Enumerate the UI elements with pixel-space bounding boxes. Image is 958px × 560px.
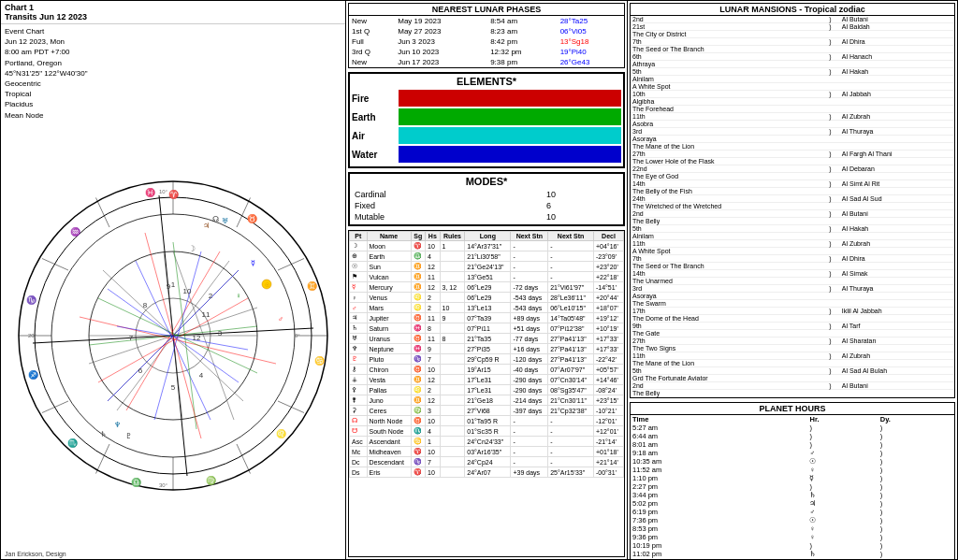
planet-rules xyxy=(440,365,465,375)
planet-hs: 11 xyxy=(426,272,440,282)
planet-pt: Mc xyxy=(350,447,368,457)
planet-sg: ♉ xyxy=(411,365,426,375)
planet-row: Asc Ascendant ♋ 1 24°Cn24'33" - - -21°14… xyxy=(350,437,624,447)
left-panel: Chart 1 Transits Jun 12 2023 Event Chart… xyxy=(0,0,346,560)
ph-time: 6:19 pm xyxy=(631,508,807,516)
mansion-num: Grd The Fortunate Aviator xyxy=(631,375,827,382)
right-panel: LUNAR MANSIONS - Tropical zodiac 2nd ) A… xyxy=(627,0,958,560)
ph-time: 8:01 am xyxy=(631,440,807,449)
mansion-name: Al Hakah xyxy=(840,68,954,76)
phase-degree: 19°Pi40 xyxy=(558,47,624,57)
chart-wheel: ♈ ♉ ♊ ♋ ♌ ♍ ♎ ♏ ♐ ♑ ♒ ♓ ☉ xyxy=(1,122,345,549)
lunar-phases-box: NEAREST LUNAR PHASES New May 19 2023 8:5… xyxy=(348,3,625,68)
lunar-mansion-row: Asoraya xyxy=(631,136,954,143)
lunar-mansion-row: The Forehead xyxy=(631,106,954,113)
mansion-symbol: ) xyxy=(827,151,839,158)
mansion-num: 24th xyxy=(631,195,827,203)
phase-degree: 06°Vi05 xyxy=(558,26,624,36)
mansion-num: The Unarmed xyxy=(631,278,827,285)
planet-hs: 2 xyxy=(426,385,440,395)
mansion-name: Al Tarf xyxy=(840,323,954,330)
planet-decl: +04°16' xyxy=(593,241,623,251)
planet-hs: 8 xyxy=(426,323,440,334)
svg-text:♏: ♏ xyxy=(67,438,79,449)
chart-title: Chart 1 Transits Jun 12 2023 xyxy=(1,1,345,24)
mansion-name: Al Simt Al Rit xyxy=(840,180,954,188)
planet-pt: ♄ xyxy=(350,323,368,334)
planet-rules: 9 xyxy=(440,313,465,323)
planet-decl: +12°01' xyxy=(593,426,623,437)
phase-date: May 19 2023 xyxy=(395,16,487,26)
mansion-symbol: ) xyxy=(827,16,839,23)
ph-hr: ) xyxy=(807,482,878,491)
planet-sg: ♊ xyxy=(411,375,426,385)
lunar-mansion-row: Alnilam xyxy=(631,233,954,240)
planet-rules xyxy=(440,406,465,416)
planet-stn1: -40 days xyxy=(511,365,548,375)
planet-hs: 10 xyxy=(426,365,440,375)
mansion-num: 2nd xyxy=(631,210,827,218)
mansion-name xyxy=(840,360,954,367)
planet-pt: ☿ xyxy=(350,282,368,293)
lunar-mansion-row: The Seed or The Branch xyxy=(631,263,954,270)
planet-pt: ☽ xyxy=(350,241,368,251)
planet-sg: ♋ xyxy=(411,437,426,447)
mansion-name: Al Zubrah xyxy=(840,113,954,121)
lunar-mansion-row: Asoraya xyxy=(631,293,954,300)
planet-name: Eris xyxy=(367,467,411,478)
planet-stn2: - xyxy=(548,262,594,272)
lunar-mansion-row: The Swarm xyxy=(631,300,954,308)
ph-dy: ) xyxy=(878,466,954,474)
lunar-mansion-row: The Eye of God xyxy=(631,173,954,180)
planet-stn1: - xyxy=(511,457,548,467)
planet-stn1: -290 days xyxy=(511,375,548,385)
mansion-symbol: ) xyxy=(827,195,839,203)
planet-stn2: - xyxy=(548,416,594,426)
planet-stn2: - xyxy=(548,437,594,447)
planet-long: 29°Cp59 R xyxy=(465,354,511,365)
planet-stn1: +89 days xyxy=(511,313,548,323)
mansion-symbol xyxy=(827,31,839,38)
planet-stn1: - xyxy=(511,447,548,457)
planet-sg: ♉ xyxy=(411,313,426,323)
planet-name: Saturn xyxy=(367,323,411,334)
svg-text:♑: ♑ xyxy=(26,294,37,306)
planet-hours-row: 6:44 am ) ) xyxy=(631,432,954,440)
mansion-symbol: ) xyxy=(827,255,839,263)
mansion-name xyxy=(840,345,954,352)
lunar-mansion-row: Grd The Fortunate Aviator xyxy=(631,375,954,382)
mansion-name: Al Sharatan xyxy=(840,337,954,345)
planet-hours-row: 8:01 am ) ) xyxy=(631,440,954,449)
planet-col-header: Next Stn xyxy=(511,232,548,241)
svg-text:4: 4 xyxy=(199,371,204,380)
svg-text:☿: ☿ xyxy=(251,259,255,267)
svg-text:☉: ☉ xyxy=(265,282,269,288)
phase-date: Jun 10 2023 xyxy=(395,47,487,57)
mansion-name xyxy=(840,158,954,165)
ph-time: 10:19 pm xyxy=(631,541,807,550)
planet-hs: 10 xyxy=(426,416,440,426)
planet-pt: ♂ xyxy=(350,303,368,313)
ph-time: 9:36 pm xyxy=(631,533,807,541)
mansion-num: The Seed or The Branch xyxy=(631,263,827,270)
planet-col-header: Hs xyxy=(426,232,440,241)
mansion-num: The Wretched of the Wretched xyxy=(631,203,827,210)
svg-text:1: 1 xyxy=(171,280,176,289)
mansion-symbol xyxy=(827,83,839,91)
mansion-symbol: ) xyxy=(827,285,839,293)
elements-box: ELEMENTS* Fire Earth Air Water xyxy=(348,72,625,168)
planet-name: Midheaven xyxy=(367,447,411,457)
planet-stn2: - xyxy=(548,251,594,262)
element-label: Earth xyxy=(352,112,399,122)
planet-sg: ♈ xyxy=(411,447,426,457)
mansion-num: Alnilam xyxy=(631,76,827,83)
planet-pt: ♇ xyxy=(350,354,368,365)
lunar-mansion-row: The Wretched of the Wretched xyxy=(631,203,954,210)
planet-stn2: - xyxy=(548,457,594,467)
lunar-mansion-row: 9th ) Al Tarf xyxy=(631,323,954,330)
chart-location: Portland, Oregon xyxy=(5,58,341,68)
planet-hours-row: 8:53 pm ♀ ) xyxy=(631,524,954,533)
mansion-name xyxy=(840,143,954,151)
mode-value: 10 xyxy=(544,211,621,223)
mansion-name: Al Dhira xyxy=(840,38,954,46)
